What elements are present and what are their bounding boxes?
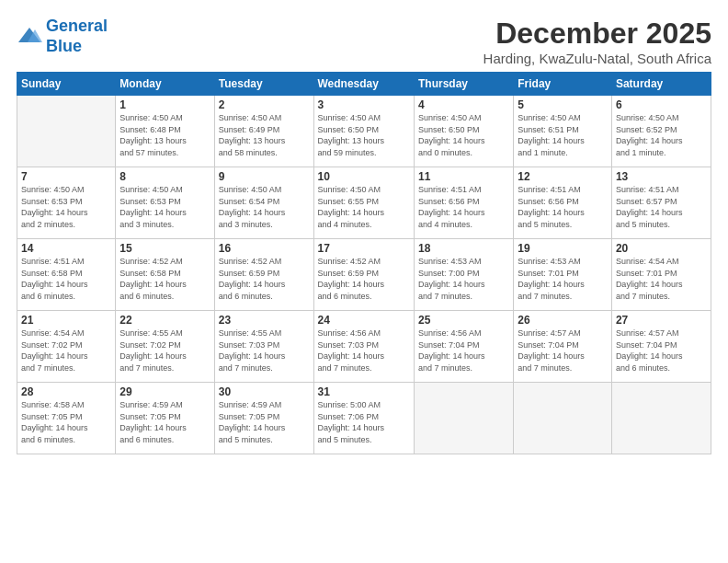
day-info: Sunrise: 4:52 AM Sunset: 6:59 PM Dayligh…: [318, 256, 410, 302]
day-info: Sunrise: 5:00 AM Sunset: 7:06 PM Dayligh…: [318, 399, 410, 445]
day-cell: 16Sunrise: 4:52 AM Sunset: 6:59 PM Dayli…: [214, 239, 313, 311]
day-number: 16: [219, 242, 310, 255]
day-cell: 6Sunrise: 4:50 AM Sunset: 6:52 PM Daylig…: [611, 96, 711, 167]
day-cell: [17, 96, 116, 167]
day-number: 14: [21, 242, 111, 255]
header: General Blue December 2025 Harding, KwaZ…: [17, 17, 711, 66]
day-info: Sunrise: 4:50 AM Sunset: 6:50 PM Dayligh…: [318, 112, 410, 158]
title-block: December 2025 Harding, KwaZulu-Natal, So…: [483, 17, 711, 66]
day-info: Sunrise: 4:59 AM Sunset: 7:05 PM Dayligh…: [219, 399, 310, 445]
day-cell: 18Sunrise: 4:53 AM Sunset: 7:00 PM Dayli…: [414, 239, 513, 311]
day-number: 15: [119, 242, 210, 255]
day-cell: 13Sunrise: 4:51 AM Sunset: 6:57 PM Dayli…: [611, 167, 711, 239]
day-info: Sunrise: 4:51 AM Sunset: 6:58 PM Dayligh…: [21, 256, 111, 302]
day-number: 12: [518, 170, 608, 183]
day-number: 30: [219, 385, 310, 398]
header-row: SundayMondayTuesdayWednesdayThursdayFrid…: [17, 73, 711, 96]
day-cell: 4Sunrise: 4:50 AM Sunset: 6:50 PM Daylig…: [414, 96, 513, 167]
day-cell: 23Sunrise: 4:55 AM Sunset: 7:03 PM Dayli…: [214, 311, 313, 383]
day-info: Sunrise: 4:50 AM Sunset: 6:51 PM Dayligh…: [518, 112, 608, 158]
day-cell: 7Sunrise: 4:50 AM Sunset: 6:53 PM Daylig…: [17, 167, 116, 239]
day-cell: 17Sunrise: 4:52 AM Sunset: 6:59 PM Dayli…: [313, 239, 414, 311]
day-info: Sunrise: 4:59 AM Sunset: 7:05 PM Dayligh…: [119, 399, 210, 445]
day-info: Sunrise: 4:50 AM Sunset: 6:53 PM Dayligh…: [21, 184, 111, 230]
day-info: Sunrise: 4:50 AM Sunset: 6:55 PM Dayligh…: [318, 184, 410, 230]
day-info: Sunrise: 4:58 AM Sunset: 7:05 PM Dayligh…: [21, 399, 111, 445]
week-row-0: 1Sunrise: 4:50 AM Sunset: 6:48 PM Daylig…: [17, 96, 711, 167]
day-number: 27: [616, 314, 707, 327]
col-header-monday: Monday: [116, 73, 214, 96]
col-header-sunday: Sunday: [17, 73, 116, 96]
day-number: 1: [119, 98, 210, 111]
day-number: 6: [616, 98, 707, 111]
day-number: 9: [219, 170, 310, 183]
subtitle: Harding, KwaZulu-Natal, South Africa: [483, 51, 711, 66]
day-info: Sunrise: 4:53 AM Sunset: 7:00 PM Dayligh…: [418, 256, 509, 302]
day-info: Sunrise: 4:50 AM Sunset: 6:50 PM Dayligh…: [418, 112, 509, 158]
day-cell: 12Sunrise: 4:51 AM Sunset: 6:56 PM Dayli…: [514, 167, 612, 239]
day-number: 2: [219, 98, 310, 111]
day-info: Sunrise: 4:56 AM Sunset: 7:03 PM Dayligh…: [318, 327, 410, 373]
day-info: Sunrise: 4:51 AM Sunset: 6:57 PM Dayligh…: [616, 184, 707, 230]
day-cell: 2Sunrise: 4:50 AM Sunset: 6:49 PM Daylig…: [214, 96, 313, 167]
day-number: 17: [318, 242, 410, 255]
col-header-thursday: Thursday: [414, 73, 513, 96]
week-row-3: 21Sunrise: 4:54 AM Sunset: 7:02 PM Dayli…: [17, 311, 711, 383]
day-cell: 20Sunrise: 4:54 AM Sunset: 7:01 PM Dayli…: [611, 239, 711, 311]
day-number: 19: [518, 242, 608, 255]
day-cell: 26Sunrise: 4:57 AM Sunset: 7:04 PM Dayli…: [514, 311, 612, 383]
day-cell: 28Sunrise: 4:58 AM Sunset: 7:05 PM Dayli…: [17, 383, 116, 454]
day-number: 13: [616, 170, 707, 183]
calendar-table: SundayMondayTuesdayWednesdayThursdayFrid…: [17, 72, 711, 454]
day-number: 23: [219, 314, 310, 327]
day-info: Sunrise: 4:57 AM Sunset: 7:04 PM Dayligh…: [518, 327, 608, 373]
day-number: 21: [21, 314, 111, 327]
day-info: Sunrise: 4:50 AM Sunset: 6:54 PM Dayligh…: [219, 184, 310, 230]
logo-icon: [17, 26, 42, 48]
day-number: 22: [119, 314, 210, 327]
day-info: Sunrise: 4:52 AM Sunset: 6:59 PM Dayligh…: [219, 256, 310, 302]
day-number: 24: [318, 314, 410, 327]
day-cell: 5Sunrise: 4:50 AM Sunset: 6:51 PM Daylig…: [514, 96, 612, 167]
month-title: December 2025: [483, 17, 711, 51]
day-number: 7: [21, 170, 111, 183]
day-info: Sunrise: 4:54 AM Sunset: 7:02 PM Dayligh…: [21, 327, 111, 373]
day-info: Sunrise: 4:51 AM Sunset: 6:56 PM Dayligh…: [518, 184, 608, 230]
day-cell: 19Sunrise: 4:53 AM Sunset: 7:01 PM Dayli…: [514, 239, 612, 311]
day-number: 10: [318, 170, 410, 183]
page: General Blue December 2025 Harding, KwaZ…: [0, 0, 728, 563]
day-info: Sunrise: 4:50 AM Sunset: 6:48 PM Dayligh…: [119, 112, 210, 158]
day-number: 29: [119, 385, 210, 398]
day-number: 26: [518, 314, 608, 327]
week-row-1: 7Sunrise: 4:50 AM Sunset: 6:53 PM Daylig…: [17, 167, 711, 239]
day-info: Sunrise: 4:57 AM Sunset: 7:04 PM Dayligh…: [616, 327, 707, 373]
week-row-2: 14Sunrise: 4:51 AM Sunset: 6:58 PM Dayli…: [17, 239, 711, 311]
day-cell: 14Sunrise: 4:51 AM Sunset: 6:58 PM Dayli…: [17, 239, 116, 311]
day-cell: 3Sunrise: 4:50 AM Sunset: 6:50 PM Daylig…: [313, 96, 414, 167]
day-number: 3: [318, 98, 410, 111]
day-info: Sunrise: 4:56 AM Sunset: 7:04 PM Dayligh…: [418, 327, 509, 373]
day-cell: 10Sunrise: 4:50 AM Sunset: 6:55 PM Dayli…: [313, 167, 414, 239]
day-number: 11: [418, 170, 509, 183]
day-number: 4: [418, 98, 509, 111]
day-cell: 11Sunrise: 4:51 AM Sunset: 6:56 PM Dayli…: [414, 167, 513, 239]
day-cell: 21Sunrise: 4:54 AM Sunset: 7:02 PM Dayli…: [17, 311, 116, 383]
logo-text: General Blue: [46, 17, 108, 56]
day-cell: [611, 383, 711, 454]
day-cell: 1Sunrise: 4:50 AM Sunset: 6:48 PM Daylig…: [116, 96, 214, 167]
day-info: Sunrise: 4:53 AM Sunset: 7:01 PM Dayligh…: [518, 256, 608, 302]
col-header-tuesday: Tuesday: [214, 73, 313, 96]
day-info: Sunrise: 4:50 AM Sunset: 6:49 PM Dayligh…: [219, 112, 310, 158]
day-info: Sunrise: 4:50 AM Sunset: 6:52 PM Dayligh…: [616, 112, 707, 158]
week-row-4: 28Sunrise: 4:58 AM Sunset: 7:05 PM Dayli…: [17, 383, 711, 454]
day-cell: 9Sunrise: 4:50 AM Sunset: 6:54 PM Daylig…: [214, 167, 313, 239]
day-cell: 25Sunrise: 4:56 AM Sunset: 7:04 PM Dayli…: [414, 311, 513, 383]
day-info: Sunrise: 4:55 AM Sunset: 7:02 PM Dayligh…: [119, 327, 210, 373]
day-number: 20: [616, 242, 707, 255]
logo: General Blue: [17, 17, 108, 56]
day-cell: 27Sunrise: 4:57 AM Sunset: 7:04 PM Dayli…: [611, 311, 711, 383]
day-number: 18: [418, 242, 509, 255]
day-cell: 31Sunrise: 5:00 AM Sunset: 7:06 PM Dayli…: [313, 383, 414, 454]
day-cell: 15Sunrise: 4:52 AM Sunset: 6:58 PM Dayli…: [116, 239, 214, 311]
col-header-wednesday: Wednesday: [313, 73, 414, 96]
